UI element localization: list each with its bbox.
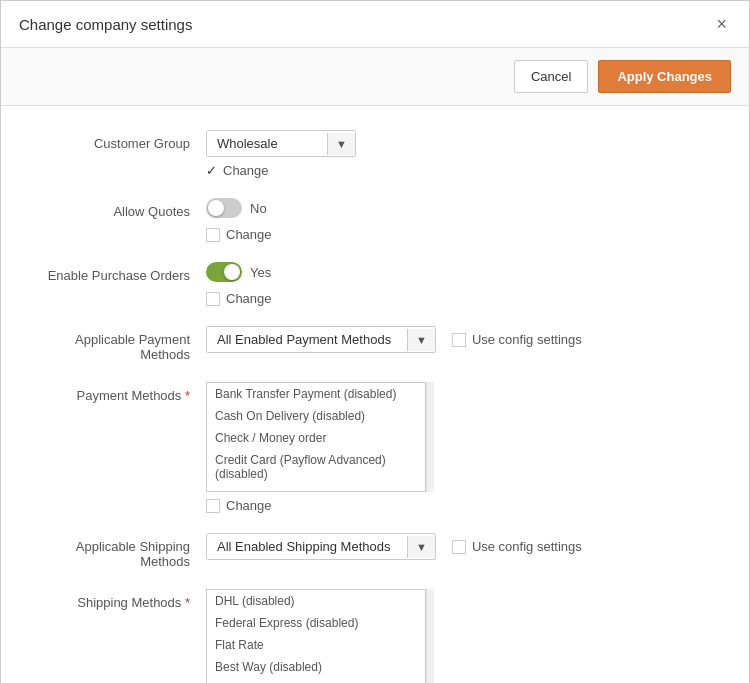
payment-methods-control: Bank Transfer Payment (disabled)Cash On … <box>206 382 719 513</box>
customer-group-row: Customer Group Wholesale General Retaile… <box>31 130 719 178</box>
shipping-use-config-checkbox[interactable] <box>452 540 466 554</box>
applicable-payment-methods-select[interactable]: All Enabled Payment Methods Specific Pay… <box>207 327 407 352</box>
enable-purchase-orders-control: Yes Change <box>206 262 719 306</box>
payment-methods-listbox-wrapper: Bank Transfer Payment (disabled)Cash On … <box>206 382 719 492</box>
allow-quotes-control: No Change <box>206 198 719 242</box>
shipping-methods-scrollbar <box>426 589 434 683</box>
checkmark-icon: ✓ <box>206 163 217 178</box>
enable-purchase-orders-toggle-knob <box>224 264 240 280</box>
allow-quotes-toggle[interactable] <box>206 198 242 218</box>
list-item[interactable]: Free Shipping (disabled) <box>207 678 425 683</box>
payment-methods-change-row: Change <box>206 498 719 513</box>
customer-group-control: Wholesale General Retailer ▼ ✓ Change <box>206 130 719 178</box>
customer-group-change-check-row: ✓ Change <box>206 163 719 178</box>
modal-title-bar: Change company settings × <box>1 1 749 48</box>
applicable-shipping-methods-inline: All Enabled Shipping Methods Specific Sh… <box>206 533 719 560</box>
enable-purchase-orders-change-label: Change <box>226 291 272 306</box>
allow-quotes-change-row: Change <box>206 227 719 242</box>
customer-group-change-label: Change <box>223 163 269 178</box>
list-item[interactable]: Credit Card (Payflow Advanced) (disabled… <box>207 449 425 485</box>
payment-use-config-text: Use config settings <box>472 332 582 347</box>
modal-title: Change company settings <box>19 16 192 33</box>
applicable-payment-methods-label: Applicable Payment Methods <box>31 326 206 362</box>
enable-purchase-orders-label: Enable Purchase Orders <box>31 262 206 283</box>
cancel-button[interactable]: Cancel <box>514 60 588 93</box>
close-button[interactable]: × <box>712 15 731 33</box>
allow-quotes-label: Allow Quotes <box>31 198 206 219</box>
modal: Change company settings × Cancel Apply C… <box>0 0 750 683</box>
allow-quotes-toggle-text: No <box>250 201 267 216</box>
applicable-shipping-methods-select[interactable]: All Enabled Shipping Methods Specific Sh… <box>207 534 407 559</box>
allow-quotes-toggle-knob <box>208 200 224 216</box>
list-item[interactable]: Bank Transfer Payment (disabled) <box>207 383 425 405</box>
enable-purchase-orders-toggle-text: Yes <box>250 265 271 280</box>
list-item[interactable]: Best Way (disabled) <box>207 656 425 678</box>
allow-quotes-toggle-wrapper: No <box>206 198 267 218</box>
enable-purchase-orders-toggle[interactable] <box>206 262 242 282</box>
shipping-methods-control: DHL (disabled)Federal Express (disabled)… <box>206 589 719 683</box>
enable-purchase-orders-row: Enable Purchase Orders Yes Change <box>31 262 719 306</box>
enable-purchase-orders-change-checkbox[interactable] <box>206 292 220 306</box>
list-item[interactable]: Cash On Delivery (disabled) <box>207 405 425 427</box>
payment-use-config-label[interactable]: Use config settings <box>452 332 582 347</box>
allow-quotes-change-label: Change <box>226 227 272 242</box>
applicable-payment-methods-arrow-icon: ▼ <box>407 329 435 351</box>
list-item[interactable]: Federal Express (disabled) <box>207 612 425 634</box>
apply-changes-button[interactable]: Apply Changes <box>598 60 731 93</box>
shipping-methods-label: Shipping Methods <box>31 589 206 610</box>
applicable-shipping-methods-select-wrapper: All Enabled Shipping Methods Specific Sh… <box>206 533 436 560</box>
applicable-shipping-methods-row: Applicable Shipping Methods All Enabled … <box>31 533 719 569</box>
customer-group-select-wrapper: Wholesale General Retailer ▼ <box>206 130 356 157</box>
payment-methods-change-checkbox[interactable] <box>206 499 220 513</box>
customer-group-select-arrow-icon: ▼ <box>327 133 355 155</box>
shipping-use-config-text: Use config settings <box>472 539 582 554</box>
applicable-payment-methods-select-wrapper: All Enabled Payment Methods Specific Pay… <box>206 326 436 353</box>
enable-purchase-orders-change-row: Change <box>206 291 719 306</box>
enable-purchase-orders-toggle-wrapper: Yes <box>206 262 271 282</box>
payment-methods-listbox[interactable]: Bank Transfer Payment (disabled)Cash On … <box>206 382 426 492</box>
payment-methods-scrollbar <box>426 382 434 492</box>
allow-quotes-row: Allow Quotes No Change <box>31 198 719 242</box>
applicable-payment-methods-inline: All Enabled Payment Methods Specific Pay… <box>206 326 719 353</box>
list-item[interactable]: Check / Money order <box>207 427 425 449</box>
payment-methods-row: Payment Methods Bank Transfer Payment (d… <box>31 382 719 513</box>
shipping-methods-listbox-wrapper: DHL (disabled)Federal Express (disabled)… <box>206 589 719 683</box>
applicable-shipping-methods-arrow-icon: ▼ <box>407 536 435 558</box>
customer-group-label: Customer Group <box>31 130 206 151</box>
payment-use-config-checkbox[interactable] <box>452 333 466 347</box>
list-item[interactable]: DHL (disabled) <box>207 590 425 612</box>
customer-group-select[interactable]: Wholesale General Retailer <box>207 131 327 156</box>
modal-body: Customer Group Wholesale General Retaile… <box>1 106 749 683</box>
shipping-methods-row: Shipping Methods DHL (disabled)Federal E… <box>31 589 719 683</box>
applicable-shipping-methods-label: Applicable Shipping Methods <box>31 533 206 569</box>
allow-quotes-change-checkbox[interactable] <box>206 228 220 242</box>
list-item[interactable]: Credit Card (Payflow Link) (disabled) <box>207 485 425 492</box>
shipping-methods-listbox[interactable]: DHL (disabled)Federal Express (disabled)… <box>206 589 426 683</box>
payment-methods-label: Payment Methods <box>31 382 206 403</box>
modal-toolbar: Cancel Apply Changes <box>1 48 749 106</box>
list-item[interactable]: Flat Rate <box>207 634 425 656</box>
payment-methods-change-label: Change <box>226 498 272 513</box>
applicable-payment-methods-control: All Enabled Payment Methods Specific Pay… <box>206 326 719 353</box>
shipping-use-config-label[interactable]: Use config settings <box>452 539 582 554</box>
applicable-shipping-methods-control: All Enabled Shipping Methods Specific Sh… <box>206 533 719 560</box>
applicable-payment-methods-row: Applicable Payment Methods All Enabled P… <box>31 326 719 362</box>
